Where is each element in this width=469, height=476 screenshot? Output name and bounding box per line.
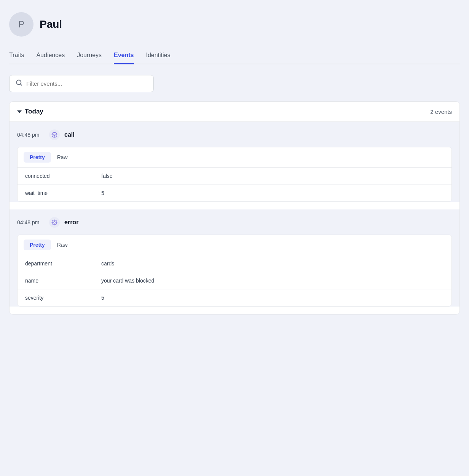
detail-tab-pretty[interactable]: Pretty bbox=[24, 152, 51, 163]
event-time: 04:48 pm bbox=[17, 219, 45, 225]
event-row: 04:48 pm error Pretty Raw dep bbox=[10, 209, 459, 307]
section-title: Today bbox=[17, 108, 43, 115]
event-icon bbox=[49, 129, 60, 140]
detail-value: cards bbox=[101, 260, 114, 267]
search-input[interactable] bbox=[26, 80, 147, 87]
event-name: call bbox=[64, 131, 75, 138]
event-icon bbox=[49, 217, 60, 228]
event-detail-card: Pretty Raw department cards name your ca… bbox=[17, 235, 452, 307]
detail-row: wait_time 5 bbox=[18, 185, 451, 201]
event-properties: connected false wait_time 5 bbox=[18, 168, 451, 201]
detail-row: department cards bbox=[18, 255, 451, 272]
detail-tab-raw[interactable]: Raw bbox=[51, 152, 74, 163]
detail-key: connected bbox=[25, 173, 101, 179]
detail-key: severity bbox=[25, 295, 101, 301]
event-name: error bbox=[64, 219, 78, 226]
detail-value: false bbox=[101, 173, 113, 179]
detail-value: your card was blocked bbox=[101, 278, 154, 284]
search-container bbox=[9, 75, 460, 92]
detail-value: 5 bbox=[101, 190, 104, 196]
detail-tab-pretty[interactable]: Pretty bbox=[24, 240, 51, 250]
event-properties: department cards name your card was bloc… bbox=[18, 255, 451, 306]
detail-key: name bbox=[25, 278, 101, 284]
event-time: 04:48 pm bbox=[17, 132, 45, 138]
tab-identities[interactable]: Identities bbox=[146, 47, 171, 64]
events-section: Today 2 events 04:48 pm call Pretty bbox=[9, 101, 460, 315]
event-header: 04:48 pm call bbox=[17, 129, 452, 140]
section-header: Today 2 events bbox=[10, 102, 459, 122]
avatar: P bbox=[9, 12, 34, 37]
svg-line-1 bbox=[20, 84, 21, 85]
detail-key: department bbox=[25, 260, 101, 267]
section-title-text: Today bbox=[25, 108, 43, 115]
tab-events[interactable]: Events bbox=[114, 47, 134, 64]
detail-row: connected false bbox=[18, 168, 451, 185]
tab-bar: Traits Audiences Journeys Events Identit… bbox=[9, 47, 460, 64]
tab-audiences[interactable]: Audiences bbox=[36, 47, 65, 64]
svg-point-3 bbox=[54, 134, 55, 136]
detail-row: name your card was blocked bbox=[18, 272, 451, 289]
detail-tabs: Pretty Raw bbox=[18, 147, 451, 168]
detail-tab-raw[interactable]: Raw bbox=[51, 240, 74, 250]
search-box bbox=[9, 75, 154, 92]
detail-tabs: Pretty Raw bbox=[18, 235, 451, 255]
svg-point-9 bbox=[54, 222, 55, 223]
tab-journeys[interactable]: Journeys bbox=[77, 47, 102, 64]
avatar-initial: P bbox=[18, 19, 24, 30]
detail-row: severity 5 bbox=[18, 289, 451, 306]
events-count: 2 events bbox=[430, 109, 452, 115]
profile-header: P Paul bbox=[9, 12, 460, 37]
tab-traits[interactable]: Traits bbox=[9, 47, 24, 64]
detail-value: 5 bbox=[101, 295, 104, 301]
profile-name: Paul bbox=[40, 18, 62, 30]
event-row: 04:48 pm call Pretty Raw conn bbox=[10, 122, 459, 202]
event-header: 04:48 pm error bbox=[17, 217, 452, 228]
detail-key: wait_time bbox=[25, 190, 101, 196]
search-icon bbox=[16, 79, 22, 88]
event-detail-card: Pretty Raw connected false wait_time 5 bbox=[17, 147, 452, 202]
chevron-down-icon[interactable] bbox=[17, 110, 22, 113]
